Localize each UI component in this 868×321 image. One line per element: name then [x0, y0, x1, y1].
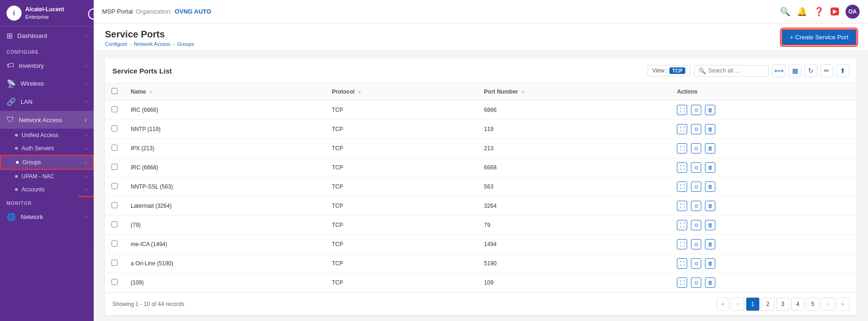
sidebar-item-wireless[interactable]: 📡 Wireless › [0, 74, 94, 93]
arrow-indicator [79, 192, 94, 201]
msp-portal-label: MSP Portal [102, 8, 133, 15]
delete-button-2[interactable]: 🗑 [705, 143, 715, 153]
sidebar-item-network-access[interactable]: 🛡 Network Access ∨ [0, 111, 94, 129]
expand-button-1[interactable]: ⛶ [677, 124, 687, 134]
service-ports-table: Name ≡ Protocol ≡ Port Number ≡ [105, 83, 857, 292]
row-checkbox-cell [105, 158, 124, 177]
youtube-icon[interactable]: ▶ [831, 7, 839, 15]
table-row: (79) TCP 79 ⛶ ⊙ 🗑 [105, 216, 857, 235]
search-icon[interactable]: 🔍 [780, 7, 790, 17]
row-checkbox-4[interactable] [111, 183, 118, 189]
delete-button-4[interactable]: 🗑 [705, 182, 715, 192]
expand-button-3[interactable]: ⛶ [677, 162, 687, 173]
edit-action-button-0[interactable]: ⊙ [691, 105, 701, 115]
sidebar-item-unified-access[interactable]: Unified Access › [0, 129, 94, 142]
grid-view-button[interactable]: ▦ [788, 64, 801, 77]
row-checkbox-6[interactable] [111, 221, 118, 227]
refresh-button[interactable]: ↻ [804, 64, 817, 77]
edit-action-button-8[interactable]: ⊙ [691, 258, 701, 269]
breadcrumb-network-access[interactable]: Network Access [134, 41, 171, 47]
expand-button-8[interactable]: ⛶ [677, 258, 687, 269]
row-protocol-5: TCP [325, 197, 477, 216]
sidebar-item-upam-nac[interactable]: UPAM - NAC › [0, 170, 94, 183]
row-port-9: 109 [477, 273, 670, 292]
delete-button-8[interactable]: 🗑 [705, 258, 715, 269]
breadcrumb-configure[interactable]: Configure [105, 41, 127, 47]
expand-button-6[interactable]: ⛶ [677, 220, 687, 230]
row-checkbox-2[interactable] [111, 145, 118, 151]
delete-button-7[interactable]: 🗑 [705, 239, 715, 249]
edit-action-button-7[interactable]: ⊙ [691, 239, 701, 249]
edit-button[interactable]: ✏ [820, 64, 833, 77]
sidebar-item-dashboard[interactable]: ⊞ Dashboard › [0, 27, 94, 45]
row-checkbox-7[interactable] [111, 241, 118, 247]
protocol-filter-icon[interactable]: ≡ [358, 89, 361, 95]
row-checkbox-0[interactable] [111, 106, 118, 112]
row-checkbox-8[interactable] [111, 260, 118, 266]
expand-button-2[interactable]: ⛶ [677, 143, 687, 153]
edit-action-button-3[interactable]: ⊙ [691, 162, 701, 173]
sidebar-item-auth-servers[interactable]: Auth Servers › [0, 142, 94, 155]
logo-text: Alcatel-Lucent Enterprise [25, 6, 64, 20]
edit-action-button-4[interactable]: ⊙ [691, 182, 701, 192]
edit-action-button-5[interactable]: ⊙ [691, 201, 701, 211]
delete-button-6[interactable]: 🗑 [705, 220, 715, 230]
split-view-button[interactable]: ⟺ [772, 64, 786, 77]
sidebar-item-groups[interactable]: Groups › [0, 155, 94, 170]
delete-button-3[interactable]: 🗑 [705, 162, 715, 173]
expand-button-5[interactable]: ⛶ [677, 201, 687, 211]
actions-column-header: Actions [670, 83, 857, 101]
delete-button-1[interactable]: 🗑 [705, 124, 715, 134]
table-row: me-ICA (1494) TCP 1494 ⛶ ⊙ 🗑 [105, 235, 857, 254]
row-checkbox-9[interactable] [111, 279, 118, 285]
page-5-button[interactable]: 5 [806, 298, 819, 311]
name-column-header: Name ≡ [124, 83, 325, 101]
row-checkbox-5[interactable] [111, 202, 118, 208]
avatar[interactable]: OA [846, 5, 860, 19]
select-all-checkbox[interactable] [111, 88, 118, 94]
page-3-button[interactable]: 3 [776, 298, 789, 311]
port-filter-icon[interactable]: ≡ [521, 89, 524, 95]
next-page-button[interactable]: › [821, 298, 834, 311]
export-button[interactable]: ⬆ [836, 64, 849, 77]
row-checkbox-3[interactable] [111, 164, 118, 170]
view-toggle[interactable]: View : TCP [647, 65, 690, 76]
org-name[interactable]: OVNG AUTO [175, 8, 211, 15]
search-box: 🔍 [694, 65, 769, 77]
expand-button-4[interactable]: ⛶ [677, 182, 687, 192]
first-page-button[interactable]: « [716, 298, 729, 311]
help-icon[interactable]: ❓ [814, 7, 824, 17]
prev-page-button[interactable]: ‹ [731, 298, 744, 311]
expand-button-0[interactable]: ⛶ [677, 105, 687, 115]
expand-button-7[interactable]: ⛶ [677, 239, 687, 249]
edit-action-button-1[interactable]: ⊙ [691, 124, 701, 134]
dot-icon [16, 161, 19, 164]
page-2-button[interactable]: 2 [761, 298, 774, 311]
row-port-4: 563 [477, 177, 670, 197]
delete-button-0[interactable]: 🗑 [705, 105, 715, 115]
toolbar-buttons: ⟺ ▦ ↻ ✏ ⬆ [772, 64, 849, 77]
search-input[interactable] [708, 67, 764, 74]
expand-button-9[interactable]: ⛶ [677, 277, 687, 288]
delete-button-5[interactable]: 🗑 [705, 201, 715, 211]
row-actions-5: ⛶ ⊙ 🗑 [677, 201, 850, 211]
sidebar-item-inventory[interactable]: 🏷 Inventory › [0, 57, 94, 74]
sidebar-item-lan[interactable]: 🔗 LAN › [0, 93, 94, 111]
page-1-button[interactable]: 1 [746, 298, 759, 311]
sidebar-item-network[interactable]: 🌐 Network › [0, 208, 94, 226]
create-service-port-button[interactable]: + Create Service Port [781, 29, 857, 45]
row-actions-1: ⛶ ⊙ 🗑 [677, 124, 850, 134]
edit-action-button-9[interactable]: ⊙ [691, 277, 701, 288]
edit-action-button-6[interactable]: ⊙ [691, 220, 701, 230]
edit-action-button-2[interactable]: ⊙ [691, 143, 701, 153]
delete-button-9[interactable]: 🗑 [705, 277, 715, 288]
page-4-button[interactable]: 4 [791, 298, 804, 311]
last-page-button[interactable]: » [836, 298, 849, 311]
name-filter-icon[interactable]: ≡ [149, 89, 152, 95]
row-checkbox-1[interactable] [111, 125, 118, 131]
breadcrumb-groups[interactable]: Groups [177, 41, 194, 47]
bell-icon[interactable]: 🔔 [797, 7, 807, 17]
network-access-icon: 🛡 [7, 116, 14, 124]
chevron-right-icon: › [86, 174, 87, 179]
main-content: MSP Portal Organization: OVNG AUTO 🔍 🔔 ❓… [94, 0, 868, 321]
